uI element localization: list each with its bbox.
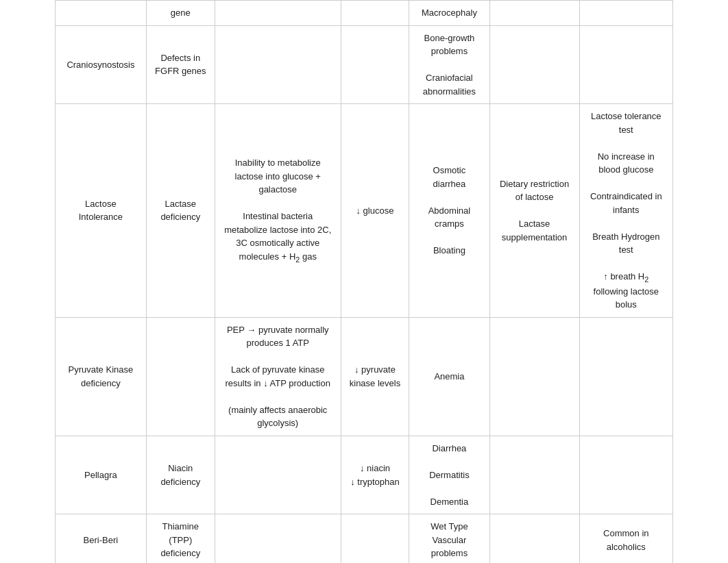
table-cell: Bone-growth problemsCraniofacial abnorma… <box>409 25 489 104</box>
table-cell <box>489 436 579 514</box>
table-cell <box>489 25 579 104</box>
page-wrapper: geneMacrocephalyCraniosynostosisDefects … <box>0 0 728 563</box>
table-cell: Thiamine (TPP) deficiency <box>146 514 215 563</box>
table-cell: Common in alcoholics <box>579 514 672 563</box>
table-cell: Macrocephaly <box>409 1 489 26</box>
table-cell: Lactose Intolerance <box>56 104 147 318</box>
table-cell: PEP → pyruvate normally produces 1 ATPLa… <box>215 317 341 436</box>
table-cell: Lactase deficiency <box>146 104 215 318</box>
table-cell: Pellagra <box>56 436 147 514</box>
table-cell: ↓ niacin↓ tryptophan <box>341 436 409 514</box>
table-cell: Lactose tolerance testNo increase in blo… <box>579 104 672 318</box>
table-cell <box>215 1 341 26</box>
table-cell: gene <box>146 1 215 26</box>
table-cell <box>579 436 672 514</box>
table-cell: Dietary restriction of lactoseLactase su… <box>489 104 579 318</box>
table-row: CraniosynostosisDefects in FGFR genesBon… <box>56 25 673 104</box>
table-cell <box>56 1 147 26</box>
table-row: Beri-BeriThiamine (TPP) deficiencyWet Ty… <box>56 514 673 563</box>
table-cell <box>215 436 341 514</box>
table-cell: Beri-Beri <box>56 514 147 563</box>
main-table: geneMacrocephalyCraniosynostosisDefects … <box>55 0 673 563</box>
table-row: geneMacrocephaly <box>56 1 673 26</box>
table-cell <box>579 1 672 26</box>
table-cell: DiarrheaDermatitisDementia <box>409 436 489 514</box>
table-cell: ↓ glucose <box>341 104 409 318</box>
table-cell <box>215 25 341 104</box>
table-cell: Anemia <box>409 317 489 436</box>
table-cell <box>579 317 672 436</box>
table-cell <box>146 317 215 436</box>
table-cell <box>489 514 579 563</box>
table-row: Pyruvate Kinase deficiencyPEP → pyruvate… <box>56 317 673 436</box>
table-cell: Niacin deficiency <box>146 436 215 514</box>
table-cell <box>579 25 672 104</box>
table-cell <box>341 514 409 563</box>
table-row: Lactose IntoleranceLactase deficiencyIna… <box>56 104 673 318</box>
table-cell: Wet TypeVascular problems <box>409 514 489 563</box>
table-cell: Craniosynostosis <box>56 25 147 104</box>
table-cell: Inability to metabolize lactose into glu… <box>215 104 341 318</box>
table-cell <box>341 25 409 104</box>
table-cell <box>489 1 579 26</box>
table-cell: Osmotic diarrheaAbdominal crampsBloating <box>409 104 489 318</box>
table-cell: Pyruvate Kinase deficiency <box>56 317 147 436</box>
table-cell <box>215 514 341 563</box>
table-cell <box>489 317 579 436</box>
table-cell <box>341 1 409 26</box>
table-cell: ↓ pyruvate kinase levels <box>341 317 409 436</box>
table-cell: Defects in FGFR genes <box>146 25 215 104</box>
table-row: PellagraNiacin deficiency↓ niacin↓ trypt… <box>56 436 673 514</box>
